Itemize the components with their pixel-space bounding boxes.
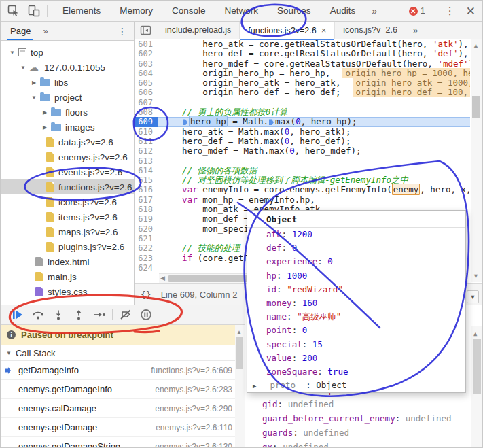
device-toolbar-icon[interactable]: [26, 4, 41, 18]
line-number[interactable]: 613: [135, 156, 158, 166]
tree-item-images[interactable]: ▶images: [1, 120, 134, 135]
tree-item-functions-js-v-2-6[interactable]: functions.js?v=2.6: [1, 179, 134, 194]
close-icon[interactable]: ✕: [463, 4, 483, 18]
line-number[interactable]: 614: [135, 166, 158, 175]
editor-tab-functions-js-v-2-6[interactable]: functions.js?v=2.6×: [240, 22, 335, 39]
pause-on-exceptions-button[interactable]: [136, 307, 156, 322]
chevron-down-icon: ▼: [20, 65, 26, 71]
tree-item-items-js-v-2-6[interactable]: items.js?v=2.6: [1, 209, 134, 224]
tree-item-top[interactable]: ▼top: [1, 45, 134, 60]
scope-variable-guard-before-current-enemy[interactable]: guard_before_current_enemy: undefined: [246, 411, 483, 426]
menu-icon[interactable]: ⋮: [437, 5, 463, 17]
editor-more-tabs-icon[interactable]: »: [406, 25, 425, 35]
line-number[interactable]: 607: [135, 98, 158, 107]
tree-item-127-0-0-1-1055[interactable]: ▼☁127.0.0.1:1055: [1, 60, 134, 75]
panel-tab-elements[interactable]: Elements: [53, 1, 110, 21]
tree-item-floors[interactable]: ▶floors: [1, 105, 134, 120]
deactivate-breakpoints-button[interactable]: [115, 307, 136, 322]
scope-variable-gid[interactable]: gid: undefined: [246, 397, 483, 411]
left-pane-scrollbar[interactable]: ▲: [235, 325, 245, 448]
line-number[interactable]: 604: [135, 69, 158, 78]
property-value: Object: [316, 380, 346, 390]
line-number[interactable]: 611: [135, 137, 158, 146]
navigator-menu-icon[interactable]: ⋮: [111, 26, 134, 37]
object-property-proto[interactable]: ▶__proto__: Object: [247, 379, 465, 393]
call-stack-frame[interactable]: enemys.getDamageStringenemys.js?v=2.6:13…: [1, 437, 245, 448]
call-stack-frame[interactable]: enemys.calDamageenemys.js?v=2.6:290: [1, 399, 245, 418]
navigator-toggle-icon[interactable]: [140, 25, 151, 35]
error-badge[interactable]: ✕1: [409, 6, 425, 16]
tab-close-icon[interactable]: ×: [321, 25, 327, 35]
step-out-button[interactable]: [69, 307, 89, 322]
call-stack-frame[interactable]: getDamageInfofunctions.js?v=2.6:609: [1, 361, 245, 380]
scope-variable-gx[interactable]: gx: undefined: [246, 440, 483, 448]
line-number[interactable]: 612: [135, 146, 158, 156]
line-number[interactable]: 608: [135, 107, 158, 117]
step-button[interactable]: [89, 307, 109, 322]
panel-tab-memory[interactable]: Memory: [110, 1, 162, 21]
tab-page[interactable]: Page: [1, 22, 37, 40]
step-over-button[interactable]: [28, 307, 48, 322]
line-number[interactable]: 606: [135, 88, 158, 97]
chevron-right-icon[interactable]: ▶: [253, 383, 260, 390]
line-number[interactable]: 620: [135, 224, 158, 234]
line-number[interactable]: 618: [135, 205, 158, 214]
call-stack-header[interactable]: ▼ Call Stack: [1, 345, 245, 361]
scroll-down-arrow-icon[interactable]: ▼: [473, 273, 479, 279]
panel-tab-audits[interactable]: Audits: [321, 1, 365, 21]
line-number[interactable]: 617: [135, 195, 158, 205]
panel-tab-sources[interactable]: Sources: [268, 1, 321, 21]
pretty-print-button[interactable]: {}: [135, 290, 158, 300]
property-colon: :: [292, 298, 302, 308]
line-number[interactable]: 616: [135, 185, 158, 194]
scope-variable-guards[interactable]: guards: undefined: [246, 426, 483, 440]
line-number[interactable]: 601: [135, 39, 158, 49]
line-number[interactable]: 602: [135, 49, 158, 58]
scope-scrollbar[interactable]: ▲: [471, 326, 482, 448]
tree-item-main-js[interactable]: main.js: [1, 269, 134, 284]
editor-tab-icons-js-v-2-6[interactable]: icons.js?v=2.6: [335, 22, 406, 39]
line-number[interactable]: 622: [135, 243, 158, 253]
inspect-icon[interactable]: [6, 4, 21, 18]
scroll-up-arrow-icon[interactable]: ▲: [236, 329, 242, 335]
scroll-left-arrow-icon[interactable]: ◀: [160, 275, 165, 281]
line-number[interactable]: 615: [135, 175, 158, 185]
property-name: zoneSquare: [266, 366, 317, 377]
line-number[interactable]: 619: [135, 214, 158, 224]
line-number[interactable]: 623: [135, 254, 158, 263]
code-segment: ), h: [459, 48, 470, 58]
tree-item-project[interactable]: ▼project: [1, 90, 134, 105]
scroll-up-arrow-icon[interactable]: ▲: [473, 330, 477, 337]
property-colon: :: [282, 229, 292, 239]
line-number[interactable]: 609: [135, 117, 158, 126]
panel-tab-console[interactable]: Console: [162, 1, 215, 21]
vertical-scroll-thumb[interactable]: [472, 96, 480, 118]
tree-item-libs[interactable]: ▶libs: [1, 75, 134, 90]
left-pane-scroll-thumb[interactable]: [236, 337, 243, 369]
call-stack-frame[interactable]: enemys.getDamageInfoenemys.js?v=2.6:283: [1, 380, 245, 399]
vertical-scrollbar[interactable]: ▲ ▼: [471, 39, 482, 282]
more-panels-icon[interactable]: »: [365, 5, 384, 16]
tree-item-plugins-js-v-2-6[interactable]: plugins.js?v=2.6: [1, 239, 134, 254]
tree-item-icons-js-v-2-6[interactable]: icons.js?v=2.6: [1, 194, 134, 209]
panel-tab-network[interactable]: Network: [215, 1, 268, 21]
step-into-button[interactable]: [48, 307, 69, 322]
tree-item-index-html[interactable]: index.html: [1, 254, 134, 269]
tree-item-data-js-v-2-6[interactable]: data.js?v=2.6: [1, 135, 134, 150]
line-number[interactable]: 610: [135, 127, 158, 137]
panel-dropdown-icon[interactable]: ▼: [467, 290, 479, 303]
scroll-up-arrow-icon[interactable]: ▲: [473, 42, 479, 49]
tree-item-maps-js-v-2-6[interactable]: maps.js?v=2.6: [1, 224, 134, 239]
editor-tab-include-preload-js[interactable]: include.preload.js: [157, 22, 240, 39]
line-number[interactable]: 605: [135, 78, 158, 88]
navigator-more-tabs-icon[interactable]: »: [37, 26, 53, 36]
line-number[interactable]: 624: [135, 263, 158, 273]
tree-item-enemys-js-v-2-6[interactable]: enemys.js?v=2.6: [1, 150, 134, 165]
resume-button[interactable]: [7, 307, 28, 322]
call-stack-frame[interactable]: enemys.getDamageenemys.js?v=2.6:110: [1, 418, 245, 437]
tree-item-styles-css[interactable]: styles.css: [1, 284, 134, 299]
scope-scroll-thumb[interactable]: [473, 339, 481, 394]
line-number[interactable]: 621: [135, 234, 158, 243]
line-number[interactable]: 603: [135, 59, 158, 69]
tree-item-events-js-v-2-6[interactable]: events.js?v=2.6: [1, 165, 134, 179]
